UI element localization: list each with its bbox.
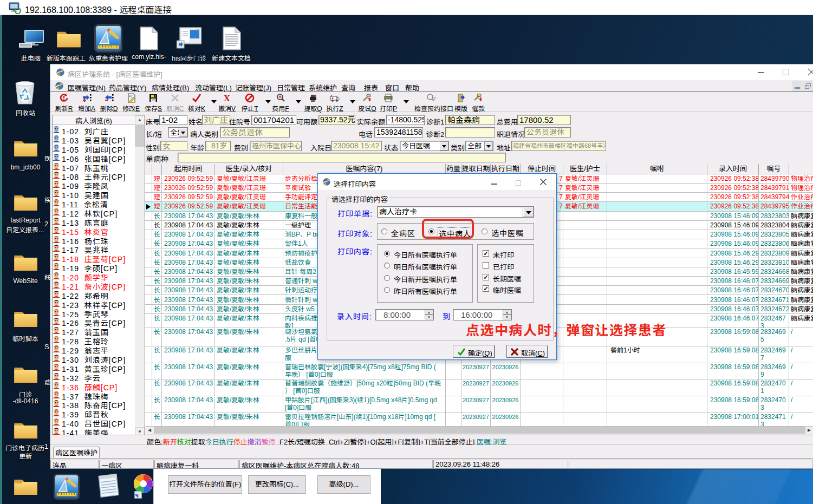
svg-text:?: ?: [433, 96, 435, 101]
svg-text:X: X: [224, 93, 231, 103]
